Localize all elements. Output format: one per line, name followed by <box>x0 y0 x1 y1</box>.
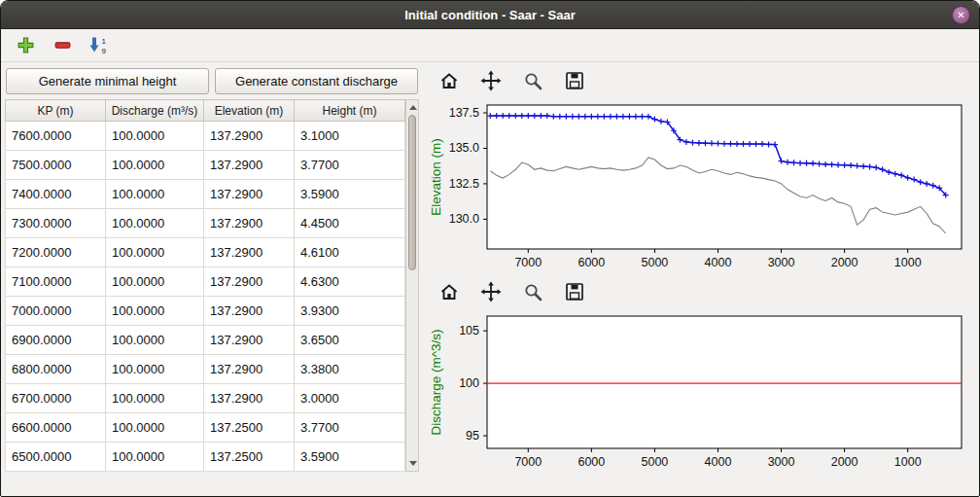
table-cell[interactable]: 137.2500 <box>204 443 295 472</box>
table-cell[interactable]: 7200.0000 <box>6 238 106 267</box>
generate-constant-discharge-button[interactable]: Generate constant discharge <box>215 68 418 94</box>
left-panel: Generate minimal height Generate constan… <box>1 62 423 496</box>
table-cell[interactable]: 7500.0000 <box>6 151 106 180</box>
column-header-height[interactable]: Height (m) <box>295 100 405 122</box>
svg-text:105: 105 <box>459 324 479 337</box>
table-cell[interactable]: 137.2900 <box>204 180 295 209</box>
table-cell[interactable]: 100.0000 <box>106 122 204 151</box>
elevation-pan-button[interactable] <box>478 68 504 93</box>
table-cell[interactable]: 3.3800 <box>295 355 405 384</box>
svg-text:Elevation (m): Elevation (m) <box>429 138 443 216</box>
home-icon <box>438 281 460 302</box>
scroll-down-arrow[interactable] <box>406 457 419 470</box>
sort-button[interactable]: 1 9 <box>85 32 114 59</box>
table-cell[interactable]: 100.0000 <box>106 413 204 443</box>
table-cell[interactable]: 137.2900 <box>204 238 295 267</box>
table-cell[interactable]: 3.9300 <box>295 297 405 326</box>
table-row[interactable]: 7000.0000100.0000137.29003.9300 <box>6 297 405 326</box>
discharge-chart[interactable]: 700060005000400030002000100095100105Disc… <box>425 307 969 475</box>
titlebar[interactable]: Initial condition - Saar - Saar ✕ <box>1 1 979 29</box>
table-cell[interactable]: 100.0000 <box>106 384 204 413</box>
svg-text:Discharge (m^3/s): Discharge (m^3/s) <box>429 329 443 435</box>
table-row[interactable]: 6600.0000100.0000137.25003.7700 <box>6 413 405 443</box>
svg-text:130.0: 130.0 <box>449 212 479 226</box>
table-cell[interactable]: 100.0000 <box>106 209 204 238</box>
table-scrollbar[interactable] <box>405 99 419 472</box>
table-row[interactable]: 7200.0000100.0000137.29004.6100 <box>6 238 405 267</box>
close-button[interactable]: ✕ <box>952 6 970 24</box>
discharge-pan-button[interactable] <box>478 279 504 304</box>
svg-text:137.5: 137.5 <box>449 106 479 120</box>
table-cell[interactable]: 100.0000 <box>106 326 204 355</box>
table-cell[interactable]: 7300.0000 <box>6 209 106 238</box>
table-cell[interactable]: 100.0000 <box>106 180 204 209</box>
table-cell[interactable]: 137.2900 <box>204 122 295 151</box>
column-header-elevation[interactable]: Elevation (m) <box>204 100 295 122</box>
table-cell[interactable]: 137.2900 <box>204 209 295 238</box>
table-cell[interactable]: 100.0000 <box>106 267 204 297</box>
scroll-up-arrow[interactable] <box>406 101 419 114</box>
table-cell[interactable]: 100.0000 <box>106 297 204 326</box>
table-cell[interactable]: 3.7700 <box>295 413 405 443</box>
elevation-zoom-button[interactable] <box>520 68 545 93</box>
table-cell[interactable]: 6800.0000 <box>6 355 106 384</box>
table-cell[interactable]: 3.5900 <box>295 180 405 209</box>
column-header-discharge[interactable]: Discharge (m³/s) <box>106 100 204 122</box>
add-row-button[interactable] <box>11 32 40 59</box>
table-cell[interactable]: 100.0000 <box>106 151 204 180</box>
table-cell[interactable]: 6900.0000 <box>6 326 106 355</box>
table-cell[interactable]: 100.0000 <box>106 238 204 267</box>
table-row[interactable]: 7100.0000100.0000137.29004.6300 <box>6 267 405 297</box>
elevation-chart[interactable]: 7000600050004000300020001000130.0132.513… <box>425 96 969 275</box>
table-row[interactable]: 6700.0000100.0000137.29003.0000 <box>6 384 405 413</box>
table-cell[interactable]: 3.0000 <box>295 384 405 413</box>
svg-text:5000: 5000 <box>642 256 669 269</box>
table-cell[interactable]: 7000.0000 <box>6 297 106 326</box>
table-cell[interactable]: 6500.0000 <box>6 443 106 472</box>
table-body: 7600.0000100.0000137.29003.10007500.0000… <box>6 122 405 472</box>
table-row[interactable]: 7400.0000100.0000137.29003.5900 <box>6 180 405 209</box>
svg-text:3000: 3000 <box>768 256 795 269</box>
discharge-zoom-button[interactable] <box>520 279 545 304</box>
table-cell[interactable]: 3.1000 <box>295 122 405 151</box>
table-cell[interactable]: 4.6300 <box>295 267 405 297</box>
table-row[interactable]: 7300.0000100.0000137.29004.4500 <box>6 209 405 238</box>
table-cell[interactable]: 6600.0000 <box>6 413 106 443</box>
table-cell[interactable]: 3.7700 <box>295 151 405 180</box>
table-cell[interactable]: 7400.0000 <box>6 180 106 209</box>
table-row[interactable]: 7600.0000100.0000137.29003.1000 <box>6 122 405 151</box>
svg-text:132.5: 132.5 <box>449 177 479 191</box>
discharge-chart-toolbar <box>425 275 973 307</box>
remove-row-button[interactable] <box>48 32 77 59</box>
table-cell[interactable]: 4.4500 <box>295 209 405 238</box>
save-icon <box>564 281 585 302</box>
table-cell[interactable]: 100.0000 <box>106 355 204 384</box>
table-cell[interactable]: 137.2500 <box>204 413 295 443</box>
table-cell[interactable]: 7100.0000 <box>6 267 106 297</box>
table-cell[interactable]: 137.2900 <box>204 326 295 355</box>
table-cell[interactable]: 137.2900 <box>204 267 295 297</box>
generate-minimal-height-button[interactable]: Generate minimal height <box>6 68 209 94</box>
table-cell[interactable]: 100.0000 <box>106 443 204 472</box>
table-cell[interactable]: 137.2900 <box>204 384 295 413</box>
discharge-save-button[interactable] <box>562 279 587 304</box>
table-cell[interactable]: 137.2900 <box>204 297 295 326</box>
table-cell[interactable]: 7600.0000 <box>6 122 106 151</box>
table-row[interactable]: 7500.0000100.0000137.29003.7700 <box>6 151 405 180</box>
table-row[interactable]: 6500.0000100.0000137.25003.5900 <box>6 443 405 472</box>
elevation-save-button[interactable] <box>562 68 587 93</box>
initial-condition-table: KP (m) Discharge (m³/s) Elevation (m) He… <box>5 99 405 472</box>
svg-text:100: 100 <box>459 376 479 390</box>
table-cell[interactable]: 3.6500 <box>295 326 405 355</box>
elevation-home-button[interactable] <box>437 68 462 93</box>
table-cell[interactable]: 3.5900 <box>295 443 405 472</box>
table-cell[interactable]: 137.2900 <box>204 355 295 384</box>
table-row[interactable]: 6800.0000100.0000137.29003.3800 <box>6 355 405 384</box>
column-header-kp[interactable]: KP (m) <box>6 100 106 122</box>
table-row[interactable]: 6900.0000100.0000137.29003.6500 <box>6 326 405 355</box>
table-cell[interactable]: 137.2900 <box>204 151 295 180</box>
table-cell[interactable]: 4.6100 <box>295 238 405 267</box>
discharge-home-button[interactable] <box>437 279 462 304</box>
table-cell[interactable]: 6700.0000 <box>6 384 106 413</box>
scrollbar-thumb[interactable] <box>408 115 416 270</box>
